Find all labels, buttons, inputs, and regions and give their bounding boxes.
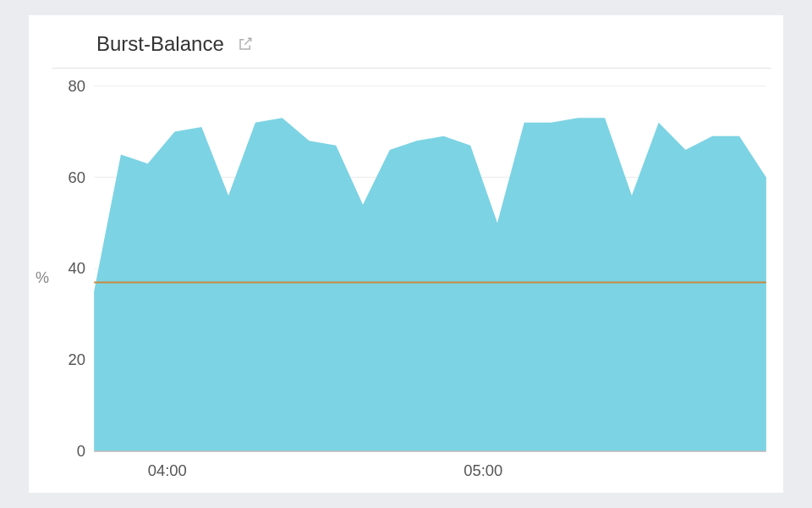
chart-area: % 02040608004:0005:00 — [52, 69, 771, 486]
area-chart: 02040608004:0005:00 — [52, 69, 771, 486]
svg-text:20: 20 — [68, 351, 85, 368]
svg-text:04:00: 04:00 — [148, 461, 187, 479]
chart-header: Burst-Balance — [52, 29, 771, 69]
chart-title: Burst-Balance — [96, 32, 224, 56]
svg-text:40: 40 — [68, 259, 85, 277]
svg-text:0: 0 — [77, 442, 85, 460]
svg-text:80: 80 — [68, 77, 85, 95]
y-axis-label: % — [36, 268, 49, 286]
external-link-icon[interactable] — [238, 36, 253, 52]
chart-card: Burst-Balance % 02040608004:0005:00 — [29, 15, 783, 493]
svg-text:05:00: 05:00 — [464, 461, 502, 479]
svg-text:60: 60 — [68, 168, 85, 186]
